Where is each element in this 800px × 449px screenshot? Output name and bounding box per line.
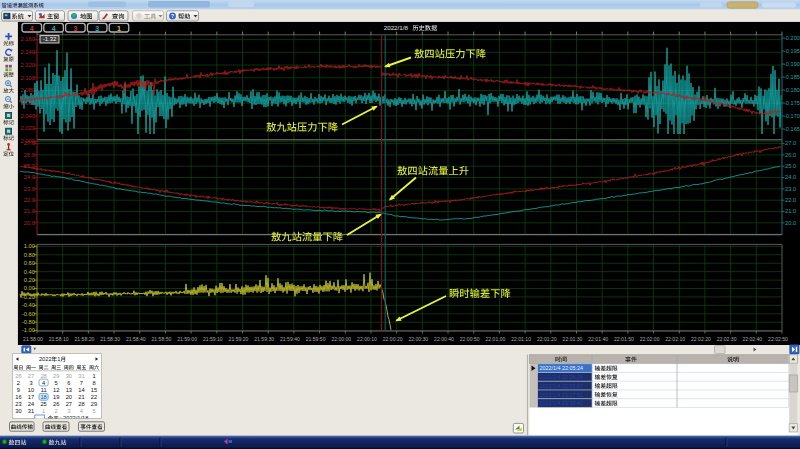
svg-text:23.0: 23.0: [24, 186, 35, 192]
svg-text:3: 3: [67, 408, 70, 414]
svg-text:-0.175: -0.175: [784, 100, 800, 106]
svg-text:21:59:00: 21:59:00: [177, 336, 197, 342]
svg-text:0.80: 0.80: [24, 252, 35, 258]
svg-text:22:00:00: 22:00:00: [331, 336, 351, 342]
svg-text:21:59:10: 21:59:10: [203, 336, 223, 342]
svg-text:30: 30: [66, 373, 72, 379]
svg-text:24: 24: [28, 401, 34, 407]
svg-text:8: 8: [92, 380, 95, 386]
svg-text:26.0: 26.0: [24, 152, 35, 158]
svg-text:27: 27: [28, 373, 34, 379]
svg-text:14: 14: [78, 387, 84, 393]
svg-text:21:58:30: 21:58:30: [100, 336, 120, 342]
svg-text:21: 21: [78, 394, 84, 400]
svg-text:-0.200: -0.200: [784, 35, 800, 41]
svg-text:29: 29: [53, 373, 59, 379]
svg-text:22:02:20: 22:02:20: [691, 336, 711, 342]
svg-text:31: 31: [78, 373, 84, 379]
svg-text:20: 20: [66, 394, 72, 400]
svg-text:24.0: 24.0: [24, 174, 35, 180]
svg-text:3: 3: [29, 380, 32, 386]
svg-text:28: 28: [40, 373, 46, 379]
svg-text:18: 18: [40, 394, 46, 400]
svg-text:5: 5: [55, 380, 58, 386]
svg-text:0.60: 0.60: [24, 260, 35, 266]
svg-text:22: 22: [91, 394, 97, 400]
svg-text:4: 4: [80, 408, 83, 414]
svg-text:-0.185: -0.185: [784, 74, 800, 80]
svg-text:5: 5: [92, 408, 95, 414]
svg-text:21:59:20: 21:59:20: [229, 336, 249, 342]
svg-text:22:02:50: 22:02:50: [768, 336, 788, 342]
svg-text:0.40: 0.40: [24, 269, 35, 275]
svg-text:27: 27: [66, 401, 72, 407]
svg-text:21:58:00: 21:58:00: [23, 336, 43, 342]
svg-text:2: 2: [17, 380, 20, 386]
svg-text:4: 4: [42, 380, 45, 386]
svg-text:22:01:30: 22:01:30: [563, 336, 583, 342]
svg-text:30: 30: [15, 408, 21, 414]
svg-text:6: 6: [67, 380, 70, 386]
svg-text:2.160: 2.160: [20, 36, 35, 42]
svg-text:2022: 2022: [39, 356, 52, 362]
svg-text:22:01:00: 22:01:00: [485, 336, 505, 342]
svg-text:27.0: 27.0: [24, 140, 35, 146]
svg-text:25: 25: [40, 401, 46, 407]
svg-text:-0.170: -0.170: [784, 113, 800, 119]
svg-text:-0.195: -0.195: [784, 48, 800, 54]
svg-text:22:01:10: 22:01:10: [511, 336, 531, 342]
svg-text:26: 26: [15, 373, 21, 379]
svg-text:27.0: 27.0: [785, 140, 796, 146]
svg-text:2.120: 2.120: [20, 62, 35, 68]
svg-text:-1.32: -1.32: [43, 36, 57, 42]
svg-text:22:02:00: 22:02:00: [640, 336, 660, 342]
svg-text:20.0: 20.0: [785, 220, 796, 226]
svg-text:7: 7: [80, 380, 83, 386]
svg-text:22:01:20: 22:01:20: [537, 336, 557, 342]
svg-text:21:58:50: 21:58:50: [151, 336, 171, 342]
svg-text:10: 10: [28, 387, 34, 393]
svg-text:22:02:10: 22:02:10: [665, 336, 685, 342]
svg-text:9: 9: [17, 387, 20, 393]
svg-text:12: 12: [53, 387, 59, 393]
svg-text:28: 28: [78, 401, 84, 407]
svg-text:29: 29: [91, 401, 97, 407]
svg-text:-0.165: -0.165: [784, 126, 800, 132]
svg-text:22:01:50: 22:01:50: [614, 336, 634, 342]
svg-text:13: 13: [66, 387, 72, 393]
svg-text:2.020: 2.020: [20, 125, 35, 131]
svg-text:21:59:30: 21:59:30: [254, 336, 274, 342]
svg-text:1: 1: [57, 356, 60, 362]
svg-text:0.00: 0.00: [24, 285, 35, 291]
svg-text:16: 16: [15, 394, 21, 400]
svg-text:21:58:40: 21:58:40: [126, 336, 146, 342]
svg-text:2022/1/4 23:30:42: 2022/1/4 23:30:42: [540, 400, 583, 406]
svg-text:20.0: 20.0: [24, 220, 35, 226]
svg-text:19: 19: [53, 394, 59, 400]
svg-text:31: 31: [28, 408, 34, 414]
svg-text:21.0: 21.0: [785, 208, 796, 214]
svg-text:2022/1/8: 2022/1/8: [384, 24, 409, 31]
svg-text:23: 23: [15, 401, 21, 407]
svg-text:21:59:50: 21:59:50: [306, 336, 326, 342]
svg-text:21:59:40: 21:59:40: [280, 336, 300, 342]
svg-text:1: 1: [42, 408, 45, 414]
svg-text:24.0: 24.0: [785, 174, 796, 180]
svg-text:2022/1/4 23:17:51: 2022/1/4 23:17:51: [540, 392, 583, 398]
svg-text:22:02:30: 22:02:30: [717, 336, 737, 342]
svg-text:2.040: 2.040: [20, 113, 35, 119]
svg-text:1: 1: [92, 373, 95, 379]
svg-text:21:58:20: 21:58:20: [74, 336, 94, 342]
svg-text:22:00:10: 22:00:10: [357, 336, 377, 342]
svg-text:4: 4: [30, 25, 34, 32]
svg-text:2.080: 2.080: [20, 87, 35, 93]
svg-text:-0.80: -0.80: [22, 319, 35, 325]
svg-text:1: 1: [117, 25, 121, 32]
svg-text:2.100: 2.100: [20, 75, 35, 81]
svg-text:-0.180: -0.180: [784, 87, 800, 93]
svg-text:22:00:30: 22:00:30: [408, 336, 428, 342]
svg-text:22:00:50: 22:00:50: [460, 336, 480, 342]
svg-text:3: 3: [95, 25, 99, 32]
svg-text:21:58:10: 21:58:10: [49, 336, 69, 342]
svg-text:26.0: 26.0: [785, 152, 796, 158]
